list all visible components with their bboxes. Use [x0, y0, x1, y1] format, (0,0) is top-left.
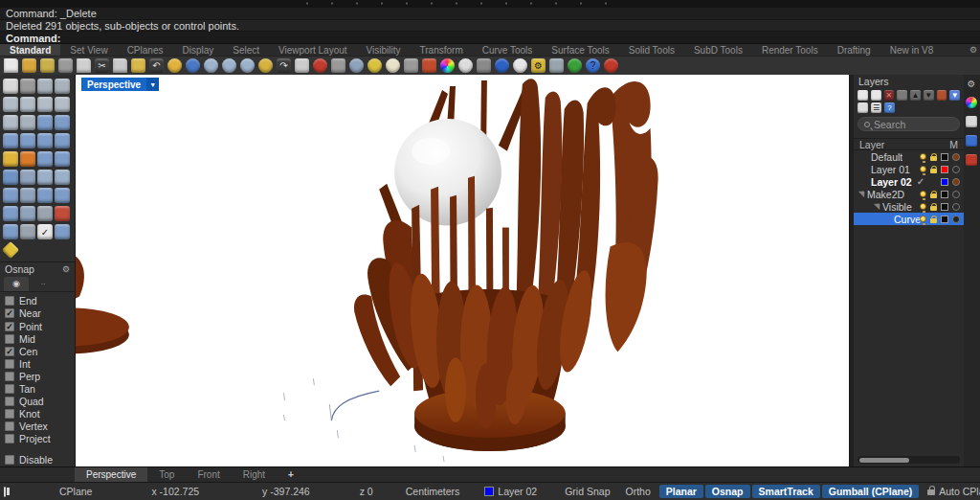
- layer-visibility-bulb-icon[interactable]: [920, 216, 926, 222]
- render-white-sphere-icon[interactable]: [513, 58, 527, 73]
- help-icon[interactable]: ?: [884, 102, 895, 113]
- layers-horizontal-scrollbar[interactable]: [858, 456, 960, 464]
- layer-visibility-bulb-icon[interactable]: [920, 166, 926, 172]
- tab-render-tools[interactable]: Render Tools: [752, 44, 828, 56]
- osnap-tab-snaps[interactable]: ◉: [4, 277, 29, 291]
- trim-tool[interactable]: [55, 188, 70, 203]
- copy-page-icon[interactable]: [77, 58, 91, 73]
- layer-material-circle[interactable]: [952, 166, 960, 173]
- points-tool[interactable]: [20, 170, 35, 185]
- render-blue-sphere-icon[interactable]: [495, 58, 509, 73]
- diamond-tool[interactable]: [2, 241, 19, 259]
- columns-tool[interactable]: [20, 206, 35, 221]
- layer-lock-icon[interactable]: [930, 218, 937, 223]
- osnap-checkbox-quad[interactable]: [5, 397, 14, 406]
- cplane-icon[interactable]: [349, 58, 364, 73]
- layer-visibility-bulb-icon[interactable]: [920, 191, 926, 197]
- osnap-checkbox-int[interactable]: [5, 359, 14, 369]
- osnap-gear-icon[interactable]: ⚙: [62, 264, 70, 274]
- new-sublayer-icon[interactable]: [871, 90, 881, 101]
- rotate-view-icon[interactable]: [186, 58, 200, 73]
- viewport-tab-perspective[interactable]: Perspective: [75, 467, 147, 482]
- fillet-tool[interactable]: [37, 151, 53, 167]
- tab-cplanes[interactable]: CPlanes: [118, 44, 173, 56]
- filter-icon[interactable]: ▼: [949, 90, 960, 101]
- help-panel-icon[interactable]: [966, 135, 977, 147]
- command-prompt-input[interactable]: Command:: [0, 31, 980, 43]
- osnap-checkbox-near[interactable]: ✓: [5, 308, 14, 318]
- tab-display[interactable]: Display: [172, 44, 223, 56]
- grid-array-tool[interactable]: [37, 206, 53, 221]
- layer-state-icon[interactable]: [422, 58, 436, 73]
- libraries-panel-icon[interactable]: [966, 154, 977, 166]
- record-history-icon[interactable]: [549, 58, 564, 73]
- zoom-selected-icon[interactable]: [240, 58, 255, 73]
- open-file-icon[interactable]: [22, 58, 36, 73]
- statusbar-toggle-smarttrack[interactable]: SmartTrack: [752, 485, 820, 498]
- tab-strip-gear-icon[interactable]: ⚙: [969, 44, 977, 57]
- options-gear-icon[interactable]: ⚙: [531, 58, 546, 73]
- plane-tool[interactable]: [37, 133, 53, 148]
- tab-drafting[interactable]: Drafting: [828, 44, 880, 56]
- duplicate-layer-icon[interactable]: [897, 90, 907, 101]
- check-tool[interactable]: ✓: [37, 224, 53, 239]
- skeleton-tool[interactable]: [20, 224, 35, 239]
- selection-filter-icon[interactable]: [477, 58, 491, 73]
- osnap-checkbox-vertex[interactable]: [5, 421, 14, 431]
- red-array-tool[interactable]: [55, 206, 70, 221]
- expander-icon[interactable]: [858, 191, 864, 196]
- array-tool[interactable]: [37, 188, 53, 203]
- paste-icon[interactable]: [131, 58, 145, 73]
- statusbar-toggle-ortho[interactable]: Ortho: [618, 485, 657, 498]
- shaded-display-icon[interactable]: [313, 58, 327, 73]
- tab-standard[interactable]: Standard: [0, 44, 60, 56]
- help-icon[interactable]: ?: [586, 58, 600, 73]
- osnap-tab-smarttrack[interactable]: ∙∙: [31, 277, 56, 291]
- perspective-viewport[interactable]: Perspective ▼: [75, 75, 850, 466]
- osnap-checkbox-perp[interactable]: [5, 372, 14, 381]
- explode-fire-tool[interactable]: [20, 151, 35, 167]
- layer-row-curve[interactable]: Curve: [854, 213, 964, 225]
- viewport-tab-right[interactable]: Right: [232, 467, 277, 482]
- osnap-checkbox-end[interactable]: [5, 296, 14, 306]
- viewport-tab-front[interactable]: Front: [186, 467, 231, 482]
- statusbar-cplane[interactable]: CPlane: [59, 486, 92, 497]
- layer-material-circle[interactable]: [952, 178, 960, 186]
- cone-tool[interactable]: [55, 224, 70, 239]
- feedback-icon[interactable]: [604, 58, 618, 73]
- rectangle-tool[interactable]: [55, 97, 70, 112]
- tab-select[interactable]: Select: [223, 44, 269, 56]
- layer-lock-icon[interactable]: [930, 156, 937, 161]
- solid-box-tool[interactable]: [3, 206, 18, 221]
- undo-icon[interactable]: ↶: [149, 58, 164, 73]
- expander-icon[interactable]: [874, 203, 880, 209]
- layer-row-layer-02[interactable]: Layer 02✓: [854, 175, 964, 188]
- tab-curve-tools[interactable]: Curve Tools: [473, 44, 543, 56]
- tab-subd-tools[interactable]: SubD Tools: [684, 44, 752, 56]
- named-views-icon[interactable]: [368, 58, 382, 73]
- viewport-layout-icon[interactable]: [295, 58, 309, 73]
- blend-curve-tool[interactable]: [37, 170, 53, 185]
- tab-viewport-layout[interactable]: Viewport Layout: [269, 44, 357, 56]
- box-tool[interactable]: [3, 133, 18, 148]
- panel-gear-icon[interactable]: ⚙: [966, 78, 977, 89]
- statusbar-toggle-gumball-cplane[interactable]: Gumball (CPlane): [822, 485, 920, 498]
- copy-icon[interactable]: [113, 58, 127, 73]
- curve-points-tool[interactable]: [20, 188, 35, 203]
- statusbar-toggle-grid-snap[interactable]: Grid Snap: [558, 485, 616, 498]
- layer-material-circle[interactable]: [952, 191, 960, 198]
- layer-row-make2d[interactable]: Make2D: [854, 188, 964, 200]
- statusbar-toggle-planar[interactable]: Planar: [659, 485, 703, 498]
- layer-visibility-bulb-icon[interactable]: [920, 153, 926, 160]
- boolean-union-tool[interactable]: [55, 151, 70, 167]
- layer-color-swatch[interactable]: [941, 191, 948, 198]
- new-document-icon[interactable]: [4, 58, 18, 73]
- display-panel-icon[interactable]: [966, 97, 977, 108]
- polygon-tool[interactable]: [3, 115, 18, 130]
- undo-view-icon[interactable]: ↷: [277, 58, 291, 73]
- viewport-tab-top[interactable]: Top: [147, 467, 186, 482]
- layer-color-swatch[interactable]: [941, 178, 948, 186]
- layer-lock-icon[interactable]: [930, 206, 937, 211]
- move-up-icon[interactable]: ▲: [910, 90, 921, 101]
- tab-visibility[interactable]: Visibility: [357, 44, 411, 56]
